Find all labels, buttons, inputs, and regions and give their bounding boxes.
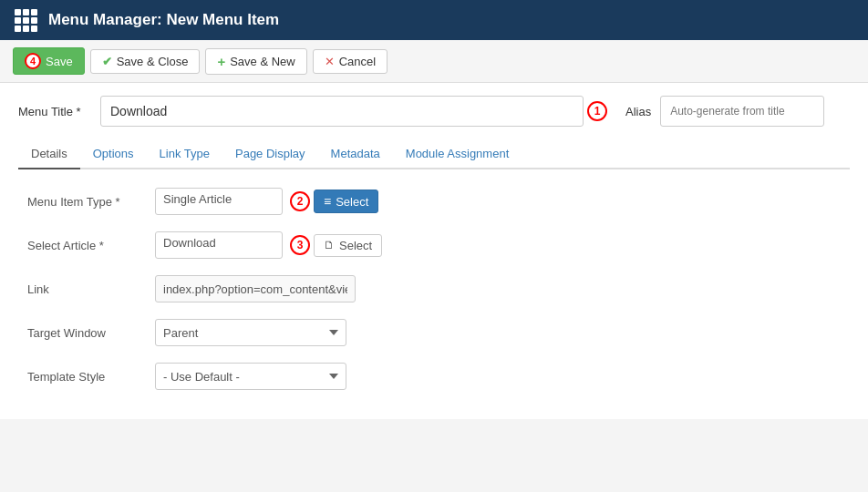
template-style-select[interactable]: - Use Default - Beez3 protostar [155,363,346,390]
save-button[interactable]: 4 Save [13,47,85,75]
main-content: Menu Title * 1 Alias Details Options Lin… [0,83,868,419]
template-style-control: - Use Default - Beez3 protostar [155,363,346,390]
menu-title-label: Menu Title * [18,105,100,118]
save-close-label: Save & Close [117,55,189,68]
menu-title-row: Menu Title * 1 Alias [18,96,850,127]
cancel-button[interactable]: ✕ Cancel [313,49,388,74]
tab-metadata[interactable]: Metadata [318,139,393,169]
save-label: Save [46,55,73,68]
tab-module-assignment[interactable]: Module Assignment [393,139,522,169]
save-badge: 4 [25,53,41,69]
toolbar: 4 Save ✔ Save & Close + Save & New ✕ Can… [0,40,868,83]
tabs-bar: Details Options Link Type Page Display M… [18,139,850,169]
tab-details[interactable]: Details [18,139,80,169]
save-new-button[interactable]: + Save & New [205,48,306,75]
select-article-select-button[interactable]: 🗋 Select [314,234,382,257]
plus-icon: + [217,54,225,69]
alias-label: Alias [625,105,651,118]
link-label: Link [27,282,155,296]
check-icon: ✔ [102,55,112,68]
tab-options[interactable]: Options [80,139,147,169]
grid-menu-icon[interactable] [15,9,37,32]
top-header: Menu Manager: New Menu Item [0,0,868,40]
link-input[interactable] [155,275,356,302]
step-1-badge: 1 [587,101,607,121]
select-article-label: Select Article * [27,239,155,252]
page-title: Menu Manager: New Menu Item [48,11,279,29]
menu-item-type-select-button[interactable]: ≡ Select [314,190,378,213]
list-icon: ≡ [324,194,331,209]
save-close-button[interactable]: ✔ Save & Close [90,49,201,74]
alias-input[interactable] [660,96,824,127]
tab-link-type[interactable]: Link Type [147,139,222,169]
template-style-label: Template Style [27,370,155,384]
target-window-control: Parent Open in new window Open in popup … [155,319,346,346]
cancel-label: Cancel [339,55,376,68]
link-control [155,275,356,302]
save-new-label: Save & New [230,55,295,68]
menu-item-type-control: Single Article 2 ≡ Select [155,188,378,215]
tab-page-display[interactable]: Page Display [222,139,318,169]
select-article-value: Download [155,231,283,259]
template-style-row: Template Style - Use Default - Beez3 pro… [18,363,850,390]
menu-item-type-label: Menu Item Type * [27,195,155,209]
target-window-select[interactable]: Parent Open in new window Open in popup … [155,319,346,346]
select-article-control: Download 3 🗋 Select [155,231,382,259]
select-article-select-label: Select [339,239,372,252]
x-icon: ✕ [325,55,335,68]
menu-item-type-value: Single Article [155,188,283,215]
target-window-label: Target Window [27,326,155,340]
step-3-badge: 3 [290,235,310,255]
menu-title-input[interactable] [100,96,584,127]
link-row: Link [18,275,850,302]
file-icon: 🗋 [324,239,335,251]
target-window-row: Target Window Parent Open in new window … [18,319,850,346]
step-2-badge: 2 [290,191,310,211]
menu-item-type-row: Menu Item Type * Single Article 2 ≡ Sele… [18,188,850,215]
menu-item-type-select-label: Select [336,195,368,209]
select-article-row: Select Article * Download 3 🗋 Select [18,231,850,259]
